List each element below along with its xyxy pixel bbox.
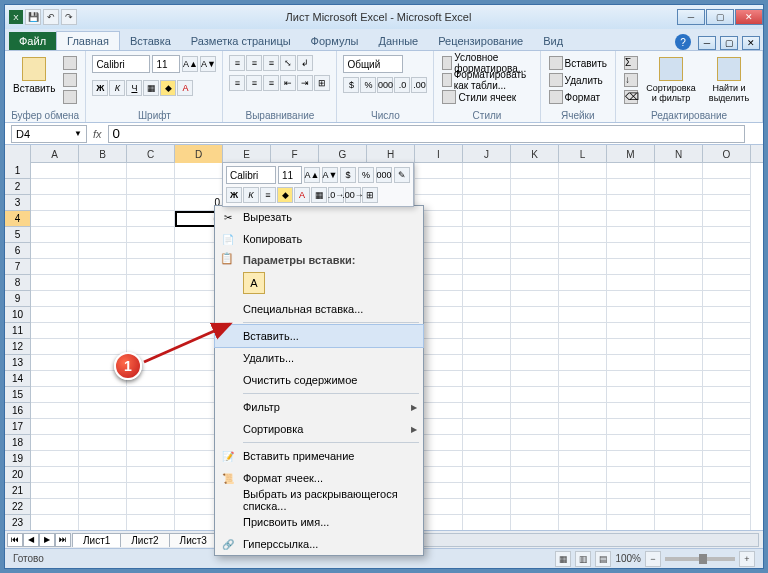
cell[interactable] [79,227,127,243]
fill-button[interactable]: ↓ [622,72,640,88]
ctx-cut[interactable]: ✂Вырезать [215,206,423,228]
file-tab[interactable]: Файл [9,32,56,50]
cells-insert-button[interactable]: Вставить [547,55,609,71]
maximize-button[interactable]: ▢ [706,9,734,25]
cell[interactable] [607,291,655,307]
row-header[interactable]: 16 [5,403,30,419]
cell[interactable] [703,355,751,371]
sheet-nav-last[interactable]: ⏭ [55,533,71,547]
tab-formulas[interactable]: Формулы [301,32,369,50]
cell[interactable] [607,403,655,419]
cell[interactable] [31,499,79,515]
row-header[interactable]: 3 [5,195,30,211]
cell[interactable] [127,451,175,467]
cell[interactable] [607,451,655,467]
cell[interactable] [127,467,175,483]
fx-icon[interactable]: fx [93,128,102,140]
cell[interactable] [607,355,655,371]
cut-button[interactable] [61,55,79,71]
cell[interactable] [655,323,703,339]
cell[interactable] [463,275,511,291]
cell[interactable] [703,307,751,323]
cell[interactable] [463,419,511,435]
cell[interactable] [655,163,703,179]
cell[interactable] [463,227,511,243]
tab-data[interactable]: Данные [368,32,428,50]
cell[interactable] [79,211,127,227]
cell[interactable] [127,291,175,307]
grow-font-button[interactable]: A▲ [182,56,198,72]
align-middle-button[interactable]: ≡ [246,55,262,71]
cell[interactable] [463,291,511,307]
align-left-button[interactable]: ≡ [229,75,245,91]
copy-button[interactable] [61,72,79,88]
cell[interactable] [127,483,175,499]
cell[interactable] [175,163,223,179]
cell[interactable] [655,387,703,403]
zoom-out-button[interactable]: − [645,551,661,567]
cell[interactable] [703,275,751,291]
autosum-button[interactable]: Σ [622,55,640,71]
col-header[interactable]: I [415,145,463,163]
col-header[interactable]: D [175,145,223,163]
format-painter-button[interactable] [61,89,79,105]
cell[interactable] [655,403,703,419]
cell[interactable] [31,291,79,307]
cell[interactable] [511,467,559,483]
cell[interactable] [655,227,703,243]
orientation-button[interactable]: ⤡ [280,55,296,71]
cell[interactable] [607,275,655,291]
font-size-input[interactable] [152,55,180,73]
cell[interactable] [655,451,703,467]
cell[interactable] [31,355,79,371]
cell[interactable] [607,515,655,530]
cell[interactable] [655,291,703,307]
col-header[interactable]: G [319,145,367,163]
cell[interactable] [511,387,559,403]
cell[interactable] [31,515,79,530]
cell[interactable] [703,195,751,211]
cell[interactable] [559,291,607,307]
ctx-paste-special[interactable]: Специальная вставка... [215,298,423,320]
italic-button[interactable]: К [109,80,125,96]
border-button[interactable]: ▦ [143,80,159,96]
row-header[interactable]: 20 [5,467,30,483]
cell[interactable] [703,435,751,451]
find-select-button[interactable]: Найти и выделить [702,55,756,105]
cell[interactable] [703,179,751,195]
cell[interactable] [607,211,655,227]
close-button[interactable]: ✕ [735,9,763,25]
number-format-input[interactable] [343,55,403,73]
cell[interactable] [511,419,559,435]
cell[interactable] [559,435,607,451]
cell[interactable] [703,387,751,403]
tab-page-layout[interactable]: Разметка страницы [181,32,301,50]
thousands-button[interactable]: 000 [377,77,393,93]
row-header[interactable]: 6 [5,243,30,259]
tab-home[interactable]: Главная [56,31,120,50]
cell[interactable] [559,227,607,243]
cell[interactable] [31,435,79,451]
col-header[interactable]: H [367,145,415,163]
cell[interactable] [79,435,127,451]
percent-button[interactable]: % [360,77,376,93]
cell[interactable] [559,323,607,339]
cell[interactable] [463,403,511,419]
cell[interactable] [703,371,751,387]
cell[interactable] [463,451,511,467]
cell[interactable] [607,467,655,483]
view-pagebreak-button[interactable]: ▤ [595,551,611,567]
cell[interactable] [463,339,511,355]
row-header[interactable]: 9 [5,291,30,307]
cell[interactable] [511,323,559,339]
cell[interactable] [127,179,175,195]
cell[interactable] [463,179,511,195]
mini-dec-decimal[interactable]: .00→ [345,187,361,203]
col-header[interactable]: K [511,145,559,163]
ctx-hyperlink[interactable]: 🔗Гиперссылка... [215,533,423,555]
cell[interactable] [703,163,751,179]
cell[interactable] [31,211,79,227]
cell[interactable] [559,467,607,483]
fill-color-button[interactable]: ◆ [160,80,176,96]
cell[interactable] [511,371,559,387]
